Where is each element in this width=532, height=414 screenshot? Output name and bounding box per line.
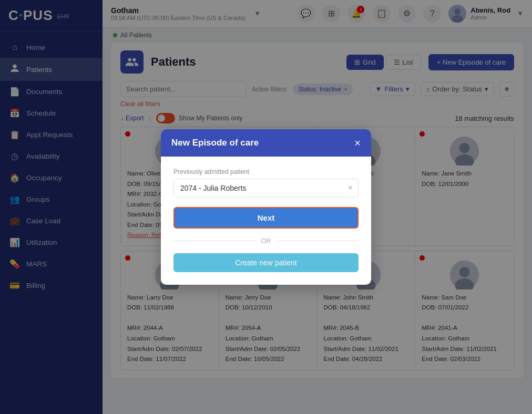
- create-new-patient-button[interactable]: Create new patient: [173, 253, 359, 272]
- modal-overlay: New Episode of care × Previously admitte…: [0, 0, 532, 414]
- next-button[interactable]: Next: [173, 207, 359, 229]
- new-episode-modal: New Episode of care × Previously admitte…: [161, 129, 371, 285]
- modal-close-button[interactable]: ×: [354, 138, 361, 148]
- modal-title: New Episode of care: [171, 138, 259, 148]
- or-divider: OR: [173, 237, 359, 245]
- clear-input-icon[interactable]: ×: [343, 183, 358, 193]
- patient-search-wrap: ×: [173, 179, 359, 198]
- modal-body: Previously admitted patient × Next OR Cr…: [161, 157, 371, 285]
- modal-header: New Episode of care ×: [161, 129, 371, 157]
- modal-field-label: Previously admitted patient: [173, 168, 359, 175]
- patient-search-input[interactable]: [174, 179, 343, 197]
- or-label: OR: [261, 237, 271, 245]
